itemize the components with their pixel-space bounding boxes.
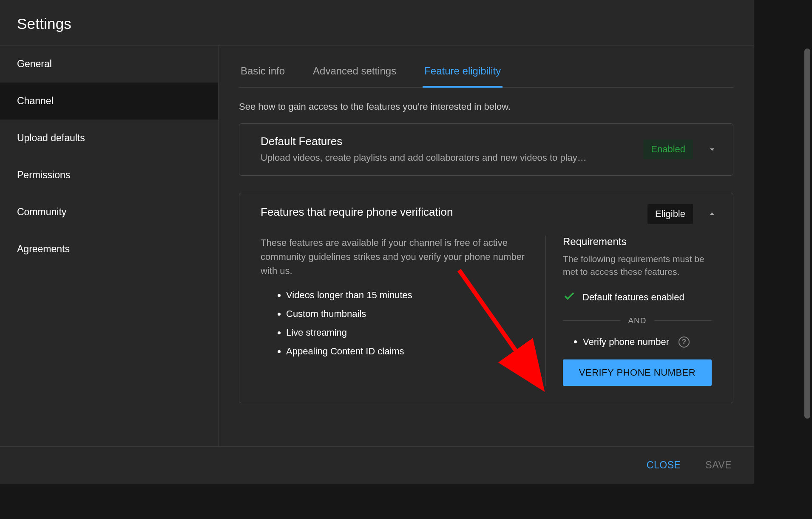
and-separator: AND bbox=[563, 316, 712, 325]
feature-list: Videos longer than 15 minutes Custom thu… bbox=[261, 290, 528, 357]
sidebar-item-agreements[interactable]: Agreements bbox=[0, 231, 218, 268]
card-phone-title: Features that require phone verification bbox=[261, 205, 639, 219]
card-phone-verification: Features that require phone verification… bbox=[239, 193, 733, 403]
tab-bar: Basic info Advanced settings Feature eli… bbox=[239, 46, 733, 88]
card-default-features: Default Features Upload videos, create p… bbox=[239, 123, 733, 176]
chevron-up-icon bbox=[706, 208, 718, 220]
requirements-description: The following requirements must be met t… bbox=[563, 253, 712, 279]
feature-item: Live streaming bbox=[286, 327, 528, 338]
settings-sidebar: General Channel Upload defaults Permissi… bbox=[0, 46, 219, 484]
card-default-title: Default Features bbox=[261, 135, 635, 148]
verify-phone-button[interactable]: VERIFY PHONE NUMBER bbox=[563, 359, 712, 386]
feature-item: Videos longer than 15 minutes bbox=[286, 290, 528, 301]
card-phone-header[interactable]: Features that require phone verification… bbox=[239, 193, 733, 236]
requirements-title: Requirements bbox=[563, 236, 712, 248]
tab-basic-info[interactable]: Basic info bbox=[239, 57, 287, 87]
modal-footer: CLOSE SAVE bbox=[0, 446, 754, 484]
sidebar-item-channel[interactable]: Channel bbox=[0, 83, 218, 120]
chevron-down-icon bbox=[706, 143, 718, 156]
content-area: Basic info Advanced settings Feature eli… bbox=[219, 46, 754, 484]
scrollbar-thumb[interactable] bbox=[804, 48, 810, 419]
intro-text: See how to gain access to the features y… bbox=[239, 88, 733, 123]
sidebar-item-general[interactable]: General bbox=[0, 46, 218, 83]
help-icon[interactable]: ? bbox=[679, 336, 690, 348]
close-button[interactable]: CLOSE bbox=[645, 455, 682, 475]
requirement-pending: Verify phone number ? bbox=[563, 336, 712, 348]
settings-modal: Settings General Channel Upload defaults… bbox=[0, 0, 754, 484]
page-title: Settings bbox=[17, 15, 737, 32]
requirement-met: Default features enabled bbox=[563, 290, 712, 305]
sidebar-item-upload-defaults[interactable]: Upload defaults bbox=[0, 120, 218, 157]
tab-feature-eligibility[interactable]: Feature eligibility bbox=[423, 57, 503, 87]
card-default-subtitle: Upload videos, create playlists and add … bbox=[261, 152, 635, 163]
feature-item: Appealing Content ID claims bbox=[286, 346, 528, 357]
tab-advanced-settings[interactable]: Advanced settings bbox=[311, 57, 398, 87]
sidebar-item-permissions[interactable]: Permissions bbox=[0, 157, 218, 194]
sidebar-item-community[interactable]: Community bbox=[0, 194, 218, 231]
status-badge-eligible: Eligible bbox=[647, 204, 693, 224]
phone-features-description: These features are available if your cha… bbox=[261, 236, 528, 278]
checkmark-icon bbox=[563, 290, 576, 305]
modal-header: Settings bbox=[0, 0, 754, 46]
feature-item: Custom thumbnails bbox=[286, 308, 528, 319]
bullet-icon bbox=[574, 340, 577, 343]
status-badge-enabled: Enabled bbox=[643, 140, 693, 159]
save-button[interactable]: SAVE bbox=[704, 455, 733, 475]
card-default-features-header[interactable]: Default Features Upload videos, create p… bbox=[239, 124, 733, 175]
